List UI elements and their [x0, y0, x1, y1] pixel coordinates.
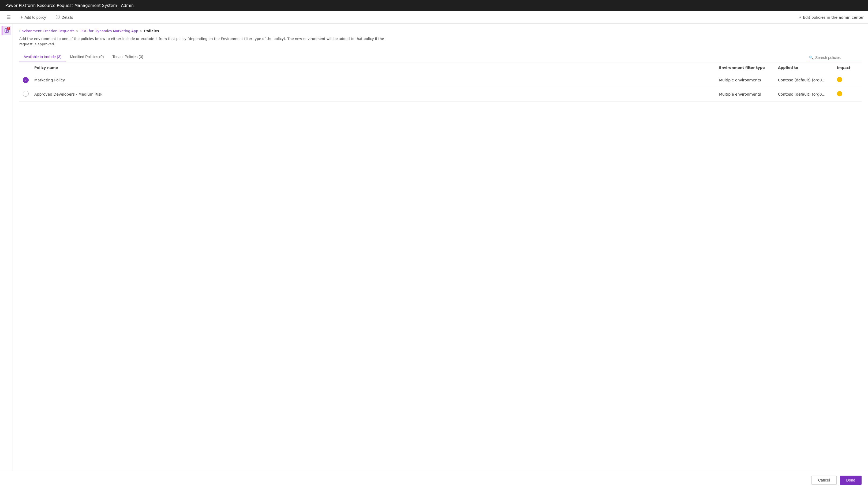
table-body: ✓Marketing PolicyMultiple environmentsCo…	[19, 73, 862, 101]
edit-link-label: Edit policies in the admin center	[803, 15, 864, 20]
search-input[interactable]	[815, 56, 858, 60]
sidebar: !	[0, 24, 13, 471]
tab-modified[interactable]: Modified Policies (0)	[66, 52, 108, 62]
done-button[interactable]: Done	[840, 476, 862, 485]
chevron-icon-1: >	[76, 29, 79, 33]
table-header-row: Policy name Environment filter type Appl…	[19, 62, 862, 73]
impact-cell	[835, 87, 862, 101]
policies-table-wrap: Policy name Environment filter type Appl…	[19, 62, 862, 466]
col-header-select	[19, 62, 32, 73]
col-header-filter-type: Environment filter type	[717, 62, 776, 73]
external-link-icon: ➚	[798, 15, 802, 20]
selected-check-icon: ✓	[23, 77, 29, 83]
edit-policies-link[interactable]: ➚ Edit policies in the admin center	[798, 15, 864, 20]
tab-available[interactable]: Available to include (3)	[19, 52, 66, 62]
table-row[interactable]: ✓Marketing PolicyMultiple environmentsCo…	[19, 73, 862, 87]
notification-badge: !	[7, 27, 10, 30]
menu-icon[interactable]: ☰	[4, 13, 13, 21]
chevron-icon-2: >	[140, 29, 143, 33]
breadcrumb: Environment Creation Requests > POC for …	[19, 29, 862, 33]
tab-tenant[interactable]: Tenant Policies (0)	[108, 52, 147, 62]
details-button[interactable]: ⓘ Details	[54, 13, 75, 21]
toolbar: ☰ + Add to policy ⓘ Details ➚ Edit polic…	[0, 11, 868, 24]
breadcrumb-step2[interactable]: POC for Dynamics Marketing App	[81, 29, 138, 33]
toolbar-left: ☰ + Add to policy ⓘ Details	[4, 13, 75, 21]
filter-type-cell: Multiple environments	[717, 87, 776, 101]
add-to-policy-label: Add to policy	[24, 15, 46, 20]
unselected-check-icon	[23, 91, 29, 97]
row-select-cell[interactable]: ✓	[19, 73, 32, 87]
applied-to-cell: Contoso (default) (org0...	[776, 87, 835, 101]
col-header-applied-to: Applied to	[776, 62, 835, 73]
details-label: Details	[62, 15, 73, 20]
impact-cell	[835, 73, 862, 87]
layout: ! Environment Creation Requests > POC fo…	[0, 24, 868, 471]
info-icon: ⓘ	[56, 14, 60, 20]
app-title: Power Platform Resource Request Manageme…	[5, 3, 134, 8]
plus-icon: +	[20, 15, 23, 20]
impact-dot-icon	[837, 77, 842, 82]
add-to-policy-button[interactable]: + Add to policy	[18, 14, 48, 21]
cancel-button[interactable]: Cancel	[811, 476, 837, 485]
table-row[interactable]: Approved Developers - Medium RiskMultipl…	[19, 87, 862, 101]
col-header-impact: Impact	[835, 62, 862, 73]
policy-name-cell: Marketing Policy	[32, 73, 717, 87]
impact-dot-icon	[837, 91, 842, 96]
row-select-cell[interactable]	[19, 87, 32, 101]
applied-to-cell: Contoso (default) (org0...	[776, 73, 835, 87]
sidebar-icon-requests[interactable]: !	[2, 26, 11, 35]
main-content: Environment Creation Requests > POC for …	[13, 24, 868, 471]
title-bar: Power Platform Resource Request Manageme…	[0, 0, 868, 11]
breadcrumb-current: Policies	[144, 29, 159, 33]
col-header-policy-name: Policy name	[32, 62, 717, 73]
policies-table: Policy name Environment filter type Appl…	[19, 62, 862, 101]
page-description: Add the environment to one of the polici…	[19, 36, 394, 46]
search-icon: 🔍	[809, 56, 814, 60]
policy-name-cell: Approved Developers - Medium Risk	[32, 87, 717, 101]
tabs-list: Available to include (3) Modified Polici…	[19, 52, 148, 62]
tabs-bar: Available to include (3) Modified Polici…	[19, 52, 862, 62]
breadcrumb-step1[interactable]: Environment Creation Requests	[19, 29, 74, 33]
footer: Cancel Done	[0, 471, 868, 489]
filter-type-cell: Multiple environments	[717, 73, 776, 87]
search-box[interactable]: 🔍	[808, 54, 862, 61]
